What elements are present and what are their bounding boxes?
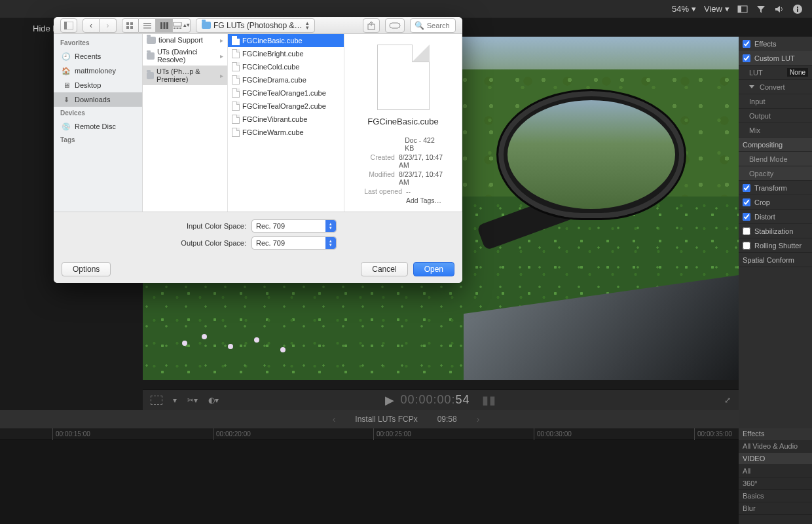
file-row[interactable]: FGCineVibrant.cube: [228, 113, 344, 126]
icon-view-button[interactable]: [122, 18, 139, 33]
row-label: Compositing: [743, 141, 783, 149]
clip-title: Install LUTs FCPx: [355, 415, 417, 424]
tags-button[interactable]: [385, 18, 405, 33]
folder-icon: [147, 72, 154, 79]
tags-header: Tags: [54, 134, 142, 146]
fx-category-row[interactable]: All: [739, 465, 812, 477]
sidebar-desktop[interactable]: 🖥Desktop: [54, 78, 142, 92]
search-input[interactable]: [427, 22, 451, 29]
zoom-value: 54%: [672, 4, 689, 14]
disclosure-triangle-icon[interactable]: [749, 85, 754, 88]
speaker-icon[interactable]: [774, 4, 784, 14]
preview-filename: FGCineBasic.cube: [367, 117, 438, 126]
folder-row[interactable]: UTs (Davinci Resolve)▸: [143, 46, 227, 66]
file-icon: [232, 36, 240, 45]
options-button[interactable]: Options: [62, 262, 111, 276]
inspector-row[interactable]: Compositing: [739, 138, 812, 152]
back-button[interactable]: ‹: [83, 18, 100, 33]
chevron-down-icon[interactable]: ▾: [173, 396, 177, 405]
open-button[interactable]: Open: [413, 262, 454, 276]
effects-toggle[interactable]: [743, 40, 750, 48]
svg-rect-6: [64, 22, 67, 29]
file-row[interactable]: FGCineWarm.cube: [228, 126, 344, 139]
fx-category-row[interactable]: Basics: [739, 490, 812, 502]
row-checkbox[interactable]: [743, 213, 750, 221]
timeline[interactable]: 00:00:15:00 00:00:20:00 00:00:25:00 00:0…: [0, 428, 739, 524]
path-dropdown[interactable]: FG LUTs (Photoshop &… ▴▾: [196, 18, 315, 33]
inspector-row[interactable]: Custom LUT: [739, 51, 812, 66]
inspector-row[interactable]: Blend Mode: [739, 152, 812, 166]
inspector-row[interactable]: Rolling Shutter: [739, 238, 812, 253]
sidebar-recents[interactable]: 🕘Recents: [54, 49, 142, 64]
list-view-button[interactable]: [139, 18, 156, 33]
row-label: Blend Mode: [749, 155, 788, 163]
inspector-row[interactable]: Convert: [739, 80, 812, 94]
input-colorspace-select[interactable]: Rec. 709▴▾: [251, 219, 337, 233]
file-row[interactable]: FGCineDrama.cube: [228, 73, 344, 86]
inspector-row[interactable]: Input: [739, 94, 812, 109]
inspector-row[interactable]: Mix: [739, 123, 812, 138]
inspector-row[interactable]: Crop: [739, 195, 812, 210]
info-icon[interactable]: [792, 4, 803, 14]
inspector-row[interactable]: Spatial Conform: [739, 253, 812, 267]
sidebar-toggle-button[interactable]: [60, 18, 77, 33]
fx-category-row[interactable]: Blur: [739, 502, 812, 515]
file-row[interactable]: FGCineBright.cube: [228, 47, 344, 60]
sidebar-remote-disc[interactable]: 💿Remote Disc: [54, 119, 142, 134]
gallery-view-button[interactable]: ▴▾: [173, 18, 191, 33]
forward-button[interactable]: ›: [100, 18, 117, 33]
cancel-button[interactable]: Cancel: [361, 262, 407, 276]
inspector-row[interactable]: Distort: [739, 210, 812, 224]
file-row[interactable]: FGCineCold.cube: [228, 60, 344, 73]
playback-bar: ▾ ✂︎▾ ◐▾ ▶ 00:00:00:54 ▮▮ ⤢: [143, 389, 739, 410]
file-row[interactable]: FGCineTealOrange1.cube: [228, 86, 344, 100]
inspector-effects-header[interactable]: Effects: [739, 37, 812, 51]
sidebar-downloads[interactable]: ⬇Downloads: [54, 92, 142, 107]
row-label: Rolling Shutter: [754, 242, 802, 250]
fx-category-row[interactable]: All Video & Audio: [739, 440, 812, 453]
row-checkbox[interactable]: [743, 198, 750, 206]
disc-icon: 💿: [62, 122, 71, 131]
play-icon[interactable]: ▶: [385, 393, 395, 407]
add-tags-link[interactable]: Add Tags…: [406, 196, 441, 204]
output-colorspace-select[interactable]: Rec. 709▴▾: [251, 236, 337, 250]
retime-icon[interactable]: ✂︎▾: [187, 396, 198, 405]
chevron-down-icon: ▾: [692, 4, 696, 14]
row-value[interactable]: None: [787, 68, 808, 77]
inspector-row[interactable]: Output: [739, 109, 812, 123]
clip-appearance-icon[interactable]: ◐▾: [208, 396, 219, 405]
file-icon: [232, 115, 240, 124]
fx-category-row[interactable]: 360°: [739, 477, 812, 490]
folder-row[interactable]: UTs (Ph…p & Premiere)▸: [143, 66, 227, 85]
row-checkbox[interactable]: [743, 242, 750, 250]
folder-row[interactable]: tional Support▸: [143, 34, 227, 46]
share-button[interactable]: [363, 18, 380, 33]
side-mirror: [496, 89, 686, 220]
file-row[interactable]: FGCineTealOrange2.cube: [228, 100, 344, 113]
svg-rect-18: [174, 28, 175, 29]
sidebar-home[interactable]: 🏠mattmoloney: [54, 64, 142, 78]
pause-bars-icon: ▮▮: [482, 393, 496, 407]
next-clip-button[interactable]: ›: [477, 414, 480, 424]
fx-category-row[interactable]: VIDEO: [739, 453, 812, 465]
row-checkbox[interactable]: [743, 54, 750, 62]
filter-icon[interactable]: [756, 4, 766, 14]
file-icon: [232, 75, 240, 84]
frame-tool-icon[interactable]: [151, 396, 162, 405]
zoom-dropdown[interactable]: 54%▾: [672, 4, 696, 14]
prev-clip-button[interactable]: ‹: [333, 414, 336, 424]
column-view-button[interactable]: [156, 18, 173, 33]
inspector-row[interactable]: Stabilization: [739, 224, 812, 238]
row-checkbox[interactable]: [743, 227, 750, 235]
file-row[interactable]: FGCineBasic.cube: [228, 34, 344, 47]
fullscreen-icon[interactable]: ⤢: [724, 396, 731, 405]
inspector-row[interactable]: Opacity: [739, 166, 812, 181]
inspector-row[interactable]: Transform: [739, 181, 812, 195]
svg-rect-13: [143, 28, 151, 29]
search-field[interactable]: 🔍: [410, 18, 456, 33]
row-checkbox[interactable]: [743, 184, 750, 192]
timeline-ruler[interactable]: 00:00:15:00 00:00:20:00 00:00:25:00 00:0…: [0, 428, 739, 440]
inspector-row[interactable]: LUTNone: [739, 66, 812, 80]
view-dropdown[interactable]: View▾: [704, 4, 729, 14]
library-icon[interactable]: [737, 4, 748, 14]
